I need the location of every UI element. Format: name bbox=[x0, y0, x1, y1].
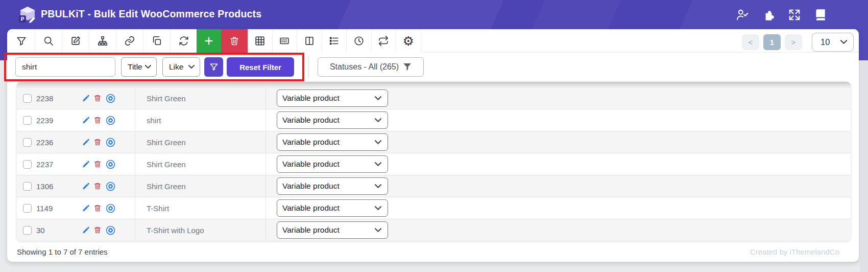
operator-select[interactable]: Like bbox=[162, 57, 200, 77]
row-checkbox[interactable] bbox=[23, 94, 32, 103]
delete-icon[interactable] bbox=[93, 138, 102, 146]
settings-button[interactable]: ⚙ bbox=[396, 29, 421, 53]
refresh-button[interactable] bbox=[171, 29, 198, 53]
view-icon[interactable] bbox=[105, 159, 116, 170]
chevron-down-icon bbox=[375, 96, 381, 101]
user-check-icon[interactable] bbox=[735, 8, 749, 21]
pagination-next-button[interactable]: > bbox=[785, 34, 802, 50]
row-checkbox[interactable] bbox=[23, 116, 32, 125]
edit-icon[interactable] bbox=[81, 138, 90, 147]
product-name: shirt bbox=[135, 109, 266, 131]
svg-text:P: P bbox=[21, 16, 25, 22]
edit-icon[interactable] bbox=[81, 94, 90, 103]
view-icon[interactable] bbox=[105, 115, 116, 126]
fullscreen-icon[interactable] bbox=[787, 8, 801, 21]
filter-icon bbox=[16, 35, 27, 47]
product-type-select[interactable]: Variable product bbox=[277, 155, 388, 173]
chevron-down-icon bbox=[840, 40, 847, 44]
documentation-book-icon[interactable] bbox=[813, 8, 827, 21]
meta-fields-button[interactable] bbox=[273, 29, 298, 53]
product-id: 2238 bbox=[36, 94, 66, 103]
product-type-select[interactable]: Variable product bbox=[277, 221, 388, 239]
view-icon[interactable] bbox=[105, 93, 116, 104]
page-size-value: 10 bbox=[821, 37, 830, 47]
filter-icon bbox=[209, 62, 219, 72]
view-icon[interactable] bbox=[105, 181, 116, 192]
view-icon[interactable] bbox=[105, 225, 116, 236]
pagination-current-page[interactable]: 1 bbox=[763, 34, 781, 50]
page-title: PBULKiT - Bulk Edit WooCommerce Products bbox=[41, 8, 261, 20]
product-type-select[interactable]: Variable product bbox=[277, 199, 388, 217]
search-icon bbox=[43, 35, 54, 47]
trash-icon bbox=[229, 35, 240, 47]
row-checkbox[interactable] bbox=[23, 138, 32, 147]
table-row: 2238 Shirt Green Variable product bbox=[17, 87, 851, 109]
filter-toggle-button[interactable] bbox=[8, 29, 35, 53]
clock-icon bbox=[353, 35, 365, 47]
dashed-table-icon bbox=[279, 35, 290, 47]
delete-icon[interactable] bbox=[93, 182, 102, 190]
divider bbox=[308, 56, 309, 78]
copy-icon bbox=[151, 35, 162, 47]
search-button[interactable] bbox=[35, 29, 62, 53]
bulk-edit-button[interactable] bbox=[62, 29, 89, 53]
apply-filter-button[interactable] bbox=[204, 57, 223, 77]
view-icon[interactable] bbox=[105, 137, 116, 148]
product-type-select[interactable]: Variable product bbox=[277, 177, 388, 195]
chevron-down-icon bbox=[145, 65, 151, 69]
page-size-select[interactable]: 10 bbox=[812, 33, 854, 52]
link-icon bbox=[124, 35, 135, 47]
table-view-button[interactable] bbox=[248, 29, 273, 53]
row-checkbox[interactable] bbox=[23, 226, 32, 235]
edit-icon[interactable] bbox=[81, 160, 90, 169]
product-name: Shirt Green bbox=[135, 131, 266, 153]
delete-icon[interactable] bbox=[93, 204, 102, 212]
search-input[interactable] bbox=[15, 57, 115, 77]
toolbar: ⚙ < 1 > 10 bbox=[7, 29, 859, 53]
duplicate-button[interactable] bbox=[143, 29, 171, 53]
edit-icon[interactable] bbox=[81, 204, 90, 213]
gear-icon: ⚙ bbox=[403, 29, 414, 53]
history-button[interactable] bbox=[347, 29, 372, 53]
product-name: T-Shirt bbox=[135, 197, 266, 219]
row-checkbox[interactable] bbox=[23, 160, 32, 169]
plugin-puzzle-icon[interactable] bbox=[761, 8, 775, 21]
chevron-down-icon bbox=[375, 206, 381, 211]
product-type-select[interactable]: Variable product bbox=[277, 133, 388, 151]
pagination-prev-button[interactable]: < bbox=[742, 34, 759, 50]
product-name: T-Shirt with Logo bbox=[135, 219, 266, 241]
row-checkbox[interactable] bbox=[23, 204, 32, 213]
delete-button[interactable] bbox=[221, 29, 248, 53]
sync-button[interactable] bbox=[372, 29, 397, 53]
list-icon bbox=[328, 35, 340, 47]
edit-icon[interactable] bbox=[81, 226, 90, 235]
delete-icon[interactable] bbox=[93, 226, 102, 234]
product-type-select[interactable]: Variable product bbox=[277, 89, 388, 107]
grid-icon bbox=[254, 35, 266, 47]
row-checkbox[interactable] bbox=[23, 182, 32, 191]
list-button[interactable] bbox=[322, 29, 347, 53]
scrollbar[interactable] bbox=[860, 60, 868, 272]
chevron-down-icon bbox=[375, 118, 381, 123]
delete-icon[interactable] bbox=[93, 94, 102, 102]
table-row: 2239 shirt Variable product bbox=[17, 109, 851, 131]
delete-icon[interactable] bbox=[93, 160, 102, 168]
view-icon[interactable] bbox=[105, 203, 116, 214]
table-row: 2237 Shirt Green Variable product bbox=[17, 153, 851, 175]
statuses-filter[interactable]: Statuses - All (265) bbox=[318, 57, 424, 77]
columns-icon bbox=[304, 35, 315, 47]
refresh-icon bbox=[178, 35, 189, 47]
funnel-icon bbox=[403, 63, 412, 71]
product-name: Shirt Green bbox=[135, 153, 266, 175]
delete-icon[interactable] bbox=[93, 116, 102, 124]
credit-text: Created by iThemelandCo bbox=[750, 247, 839, 256]
edit-icon[interactable] bbox=[81, 182, 90, 191]
columns-button[interactable] bbox=[297, 29, 322, 53]
field-select[interactable]: Title bbox=[121, 57, 157, 77]
reset-filter-button[interactable]: Reset Filter bbox=[227, 57, 294, 77]
variations-button[interactable] bbox=[89, 29, 116, 53]
link-button[interactable] bbox=[116, 29, 143, 53]
product-type-select[interactable]: Variable product bbox=[277, 111, 388, 129]
add-product-button[interactable] bbox=[197, 29, 221, 53]
edit-icon[interactable] bbox=[81, 116, 90, 125]
